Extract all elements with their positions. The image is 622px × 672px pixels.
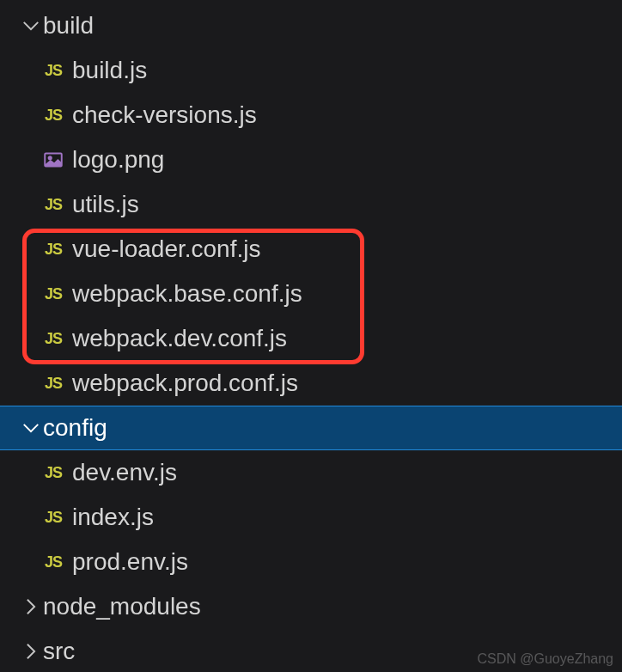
js-icon: JS [34,553,72,571]
file-label: build.js [72,57,147,84]
folder-label: src [43,638,75,665]
folder-config[interactable]: config [0,406,622,450]
js-icon: JS [34,285,72,303]
file-item[interactable]: logo.png [0,137,622,182]
chevron-right-icon [19,597,43,616]
file-item[interactable]: JS vue-loader.conf.js [0,227,622,272]
js-icon: JS [34,196,72,214]
file-label: webpack.dev.conf.js [72,325,287,352]
file-item[interactable]: JS index.js [0,495,622,540]
file-item[interactable]: JS prod.env.js [0,540,622,584]
file-item[interactable]: JS webpack.dev.conf.js [0,316,622,361]
file-label: utils.js [72,191,139,218]
file-label: prod.env.js [72,548,188,576]
image-icon [34,149,72,171]
folder-label: build [43,12,94,40]
js-icon: JS [34,62,72,80]
js-icon: JS [34,330,72,348]
watermark: CSDN @GuoyeZhang [477,651,613,667]
folder-node-modules[interactable]: node_modules [0,584,622,629]
js-icon: JS [34,464,72,482]
js-icon: JS [34,241,72,259]
chevron-right-icon [19,642,43,661]
file-label: check-versions.js [72,101,257,129]
svg-point-1 [49,156,52,159]
chevron-down-icon [19,418,43,437]
file-label: logo.png [72,146,164,174]
file-label: dev.env.js [72,459,177,486]
js-icon: JS [34,509,72,527]
file-label: vue-loader.conf.js [72,235,260,263]
file-item[interactable]: JS dev.env.js [0,450,622,495]
js-icon: JS [34,107,72,125]
file-item[interactable]: JS build.js [0,48,622,93]
file-tree: build JS build.js JS check-versions.js l… [0,0,622,672]
js-icon: JS [34,375,72,393]
file-label: webpack.base.conf.js [72,280,302,308]
file-item[interactable]: JS webpack.prod.conf.js [0,361,622,406]
folder-label: config [43,414,107,442]
file-item[interactable]: JS check-versions.js [0,93,622,137]
file-label: index.js [72,504,154,531]
folder-build[interactable]: build [0,3,622,48]
file-label: webpack.prod.conf.js [72,370,298,397]
file-item[interactable]: JS webpack.base.conf.js [0,272,622,316]
folder-label: node_modules [43,593,201,620]
file-item[interactable]: JS utils.js [0,182,622,227]
chevron-down-icon [19,16,43,35]
